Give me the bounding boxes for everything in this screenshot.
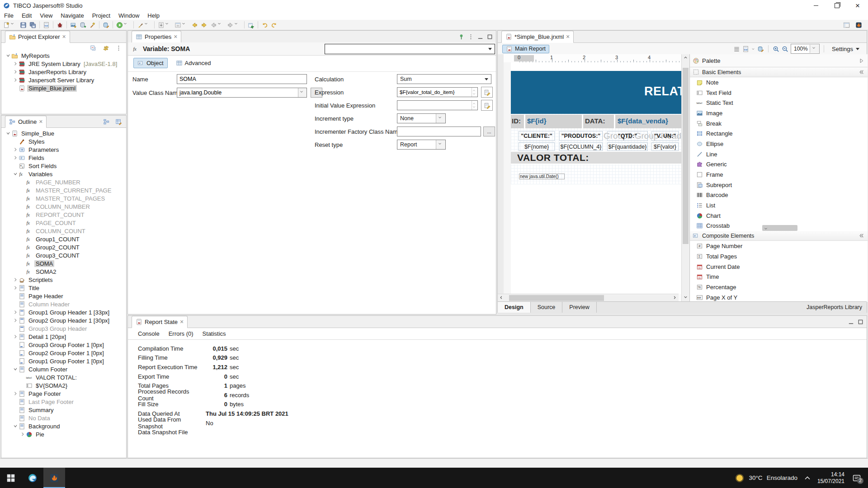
column-header-cell[interactable]: "CLIENTE:"	[519, 131, 555, 141]
palette-item-percentage[interactable]: %Percentage	[690, 282, 868, 292]
redo-button[interactable]	[269, 21, 279, 29]
tree-item-variables[interactable]: fxVariables	[2, 170, 126, 178]
scroll-up-icon[interactable]	[682, 54, 689, 61]
tree-item-group1-group-footer-1-0px[interactable]: Group1 Group Footer 1 [0px]	[2, 357, 126, 365]
zoom-level-select[interactable]: 100%	[791, 44, 820, 54]
dropdown-arrow-icon[interactable]	[123, 22, 130, 28]
expression-field[interactable]	[397, 87, 478, 97]
weather-widget[interactable]: 30°C Ensolarado	[735, 473, 797, 483]
increment-type-select[interactable]: None	[397, 113, 446, 123]
tree-item-page-number[interactable]: fxPAGE_NUMBER	[2, 178, 126, 186]
tree-item-soma2[interactable]: fxSOMA2	[2, 267, 126, 276]
initial-value-field[interactable]	[397, 100, 478, 110]
expand-arrow-icon[interactable]	[12, 390, 19, 397]
run-button[interactable]	[115, 21, 132, 29]
spinner-down-icon[interactable]	[472, 92, 476, 95]
tree-item-detail-1-20px[interactable]: Detail 1 [20px]	[2, 333, 126, 341]
tree-item-group3-group-footer-1-0px[interactable]: Group3 Group Footer 1 [0px]	[2, 341, 126, 349]
restore-button[interactable]	[826, 0, 847, 11]
page-region[interactable]: RELATÓRIO VE ID: $F{id} DATA: $F{data_ve…	[504, 62, 681, 294]
palette-item-ellipse[interactable]: Ellipse	[690, 139, 868, 149]
close-tab-icon[interactable]	[62, 33, 66, 40]
column-header-cell[interactable]: "QTD:"	[607, 131, 648, 141]
palette-item-static-text[interactable]: labelStatic Text	[690, 98, 868, 108]
dropdown-arrow-icon[interactable]	[751, 46, 755, 52]
expression-edit-button[interactable]	[481, 87, 493, 98]
tree-item-simple-blue[interactable]: Simple_Blue	[2, 129, 126, 137]
tree-item-last-page-footer[interactable]: Last Page Footer	[2, 398, 126, 406]
tree-item-column-footer[interactable]: Column Footer	[2, 365, 126, 373]
palette-item-page-number[interactable]: #Page Number	[690, 241, 868, 251]
menu-navigate[interactable]: Navigate	[57, 11, 88, 20]
tab-preview[interactable]: Preview	[562, 302, 596, 313]
expand-arrow-icon[interactable]	[12, 77, 19, 83]
detail-field-cell[interactable]: $F{COLUMN_4}	[559, 142, 603, 151]
dropdown-arrow-icon[interactable]	[217, 22, 224, 28]
id-label[interactable]: ID:	[512, 117, 521, 125]
value-class-input[interactable]	[177, 88, 298, 97]
reset-type-select[interactable]: Report	[397, 140, 446, 150]
properties-search-input[interactable]	[325, 44, 488, 54]
tree-item-scriptlets[interactable]: Scriptlets	[2, 276, 126, 284]
palette-item-image[interactable]: Image	[690, 108, 868, 118]
bug-button[interactable]	[55, 21, 65, 29]
expand-arrow-icon[interactable]	[12, 317, 19, 324]
tree-item-group2-count[interactable]: fxGroup2_COUNT	[2, 243, 126, 251]
tab-project-explorer[interactable]: J Project Explorer	[5, 31, 70, 43]
save-all-button[interactable]	[28, 21, 38, 29]
tree-item-background[interactable]: Background	[2, 422, 126, 430]
arrow-right-gold-button[interactable]	[199, 21, 209, 29]
compile-icon[interactable]: 010	[742, 46, 749, 52]
menu-view[interactable]: View	[36, 11, 57, 20]
tab-source[interactable]: Source	[531, 302, 563, 313]
valor-total-label[interactable]: VALOR TOTAL:	[517, 152, 589, 163]
close-tab-icon[interactable]	[180, 319, 184, 325]
tree-item-page-count[interactable]: fxPAGE_COUNT	[2, 219, 126, 227]
arrow-left-gold-button[interactable]	[190, 21, 199, 29]
tree-item-myreports[interactable]: JMyReports	[2, 52, 126, 60]
designer-button[interactable]	[114, 117, 123, 126]
expand-arrow-icon[interactable]	[12, 309, 19, 315]
palette-item-page-x-of-y[interactable]: #/#Page X of Y	[690, 292, 868, 302]
tree-item-group3-group-header[interactable]: Group3 Group Header	[2, 324, 126, 333]
window-table-button[interactable]	[173, 21, 190, 29]
palette-item-chart[interactable]: Chart	[690, 211, 868, 221]
detail-field-cell[interactable]: $F{nome}	[519, 142, 555, 151]
column-header-cell[interactable]: "V. UN:"	[651, 131, 679, 141]
palette-item-barcode[interactable]: Barcode	[690, 190, 868, 201]
detail-field-cell[interactable]: $F{valor}	[651, 142, 679, 151]
tree-item-group2-group-footer-1-0px[interactable]: Group2 Group Footer 1 [0px]	[2, 349, 126, 357]
collapse-section-icon[interactable]	[858, 69, 865, 75]
view-menu-icon[interactable]	[467, 33, 474, 40]
expand-arrow-icon[interactable]	[12, 69, 19, 75]
dropdown-arrow-icon[interactable]	[165, 22, 172, 28]
tree-item-fields[interactable]: #Fields	[2, 154, 126, 162]
palette-item-time[interactable]: 31Time	[690, 272, 868, 282]
initial-value-edit-button[interactable]	[481, 100, 493, 111]
palette-item-subreport[interactable]: Subreport	[690, 180, 868, 190]
tree-item-styles[interactable]: Styles	[2, 137, 126, 145]
menu-project[interactable]: Project	[88, 11, 114, 20]
tree-item-jre-system-library[interactable]: JRE System Library[JavaSE-1.8]	[2, 60, 126, 68]
chevron-down-icon[interactable]	[298, 88, 307, 97]
palette-item-note[interactable]: Note	[690, 77, 868, 88]
incrementer-browse-button[interactable]: ...	[483, 127, 495, 136]
tree-item-jaspersoft-server-library[interactable]: Jaspersoft Server Library	[2, 76, 126, 84]
tree-item-master-total-pages[interactable]: fxMASTER_TOTAL_PAGES	[2, 194, 126, 202]
tree-item-pie[interactable]: Pie	[2, 430, 126, 438]
palette-section-basic-elements[interactable]: Basic Elements	[690, 67, 868, 77]
name-input[interactable]	[177, 75, 307, 84]
tab-properties[interactable]: Properties	[132, 31, 181, 43]
initial-value-input[interactable]	[397, 101, 472, 110]
dropdown-arrow-icon[interactable]	[10, 22, 17, 28]
subtab-errors-0[interactable]: Errors (0)	[169, 330, 193, 337]
tab-design[interactable]: Design	[498, 302, 531, 313]
clock[interactable]: 14:14 15/07/2021	[817, 471, 844, 485]
initial-value-spinner[interactable]	[472, 101, 477, 110]
data-venda-field[interactable]: $F{data_venda}	[618, 117, 668, 125]
tree-item-v-soma2[interactable]: $V{SOMA2}	[2, 381, 126, 389]
chevron-down-icon[interactable]	[436, 114, 445, 123]
spinner-up-icon[interactable]	[472, 89, 476, 92]
breadcrumb-main-report[interactable]: Main Report	[502, 45, 549, 53]
combo-dropdown-icon[interactable]	[488, 48, 492, 50]
